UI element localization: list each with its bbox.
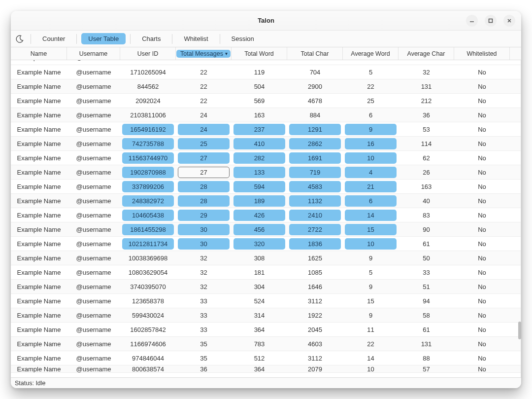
cell[interactable]: 1132: [287, 194, 343, 208]
cell[interactable]: 569: [232, 94, 287, 108]
tab-session[interactable]: Session: [225, 33, 261, 44]
cell[interactable]: 1922: [287, 308, 343, 322]
cell[interactable]: 15: [343, 294, 399, 308]
cell[interactable]: 364: [232, 365, 287, 372]
cell[interactable]: 6: [343, 108, 399, 122]
column-header-average-char[interactable]: Average Char: [399, 47, 454, 60]
cell[interactable]: Example Name: [11, 222, 67, 236]
cell[interactable]: 1110: [287, 60, 343, 65]
cell[interactable]: 1654916192: [120, 122, 176, 136]
cell[interactable]: 320: [232, 237, 287, 251]
cell[interactable]: 282: [232, 151, 287, 165]
cell[interactable]: 58: [399, 308, 454, 322]
cell[interactable]: Example Name: [11, 137, 67, 150]
cell[interactable]: 884: [287, 108, 343, 122]
cell[interactable]: @username: [67, 294, 120, 308]
cell[interactable]: Example Name: [11, 265, 67, 279]
table-row[interactable]: Example Name@username2092024225694678252…: [11, 94, 521, 108]
cell[interactable]: 33: [176, 294, 232, 308]
cell[interactable]: 10: [343, 237, 399, 251]
cell[interactable]: No: [454, 194, 510, 208]
cell[interactable]: 237: [232, 122, 287, 136]
cell[interactable]: 410: [232, 137, 287, 150]
cell[interactable]: 1710265094: [120, 65, 176, 79]
cell[interactable]: 33: [399, 265, 454, 279]
minimize-button[interactable]: [466, 15, 478, 27]
column-header-whitelisted[interactable]: Whitelisted: [454, 47, 510, 60]
table-row[interactable]: Example Name@username2483829722818911326…: [11, 194, 521, 208]
cell[interactable]: 10: [343, 365, 399, 372]
table-row[interactable]: Example Name@username1236583783352431121…: [11, 294, 521, 308]
cell[interactable]: Example Name: [11, 365, 67, 372]
maximize-button[interactable]: [485, 15, 497, 27]
cell[interactable]: 90: [399, 222, 454, 236]
table-row[interactable]: Example Name@username1080362905432181108…: [11, 265, 521, 280]
cell[interactable]: @username: [67, 194, 120, 208]
close-button[interactable]: [503, 15, 515, 27]
tab-user-table[interactable]: User Table: [81, 33, 126, 44]
cell[interactable]: 1085: [287, 265, 343, 279]
cell[interactable]: 189: [232, 194, 287, 208]
cell[interactable]: 22: [176, 60, 232, 65]
cell[interactable]: 800638574: [120, 365, 176, 372]
cell[interactable]: No: [454, 365, 510, 372]
table-row[interactable]: Example Name@username1654916192242371291…: [11, 122, 521, 137]
table-row[interactable]: Example Name@username9748460443551231121…: [11, 351, 521, 365]
column-header-total-word[interactable]: Total Word: [232, 47, 287, 60]
cell[interactable]: 14: [343, 351, 399, 365]
table-row[interactable]: Example Name@username1046054382942624101…: [11, 208, 521, 222]
column-header-user-id[interactable]: User ID: [120, 47, 176, 60]
cell[interactable]: No: [454, 294, 510, 308]
cell[interactable]: Example Name: [11, 351, 67, 365]
cell[interactable]: @username: [67, 122, 120, 136]
cell[interactable]: @username: [67, 237, 120, 251]
cell[interactable]: 24: [176, 108, 232, 122]
cell[interactable]: 83: [399, 208, 454, 222]
table-row[interactable]: Example Name@username1861455298304562722…: [11, 222, 521, 237]
cell[interactable]: 974846044: [120, 351, 176, 365]
cell[interactable]: 2103811006: [120, 108, 176, 122]
cell[interactable]: 314: [232, 308, 287, 322]
table-row[interactable]: Example Name@username3378992062859445832…: [11, 180, 521, 194]
cell[interactable]: Example Name: [11, 237, 67, 251]
cell[interactable]: 2410: [287, 208, 343, 222]
cell[interactable]: 11: [399, 60, 454, 65]
cell[interactable]: 594: [232, 180, 287, 193]
cell[interactable]: Example Name: [11, 251, 67, 265]
cell[interactable]: @username: [67, 308, 120, 322]
cell[interactable]: 524: [232, 294, 287, 308]
cell[interactable]: 1836: [287, 237, 343, 251]
cell[interactable]: Example Name: [11, 60, 67, 65]
cell[interactable]: 212: [399, 94, 454, 108]
cell[interactable]: 844562: [120, 79, 176, 93]
cell[interactable]: 504: [232, 79, 287, 93]
cell[interactable]: No: [454, 265, 510, 279]
cell[interactable]: 426: [232, 208, 287, 222]
tab-whitelist[interactable]: Whitelist: [177, 33, 215, 44]
cell[interactable]: 32: [176, 265, 232, 279]
cell[interactable]: No: [454, 165, 510, 179]
cell[interactable]: No: [454, 208, 510, 222]
cell[interactable]: 32: [176, 280, 232, 293]
cell[interactable]: @username: [67, 79, 120, 93]
cell[interactable]: 1012000000: [120, 60, 176, 65]
dark-mode-icon[interactable]: [12, 35, 28, 43]
cell[interactable]: 22: [176, 94, 232, 108]
cell[interactable]: 9: [343, 251, 399, 265]
cell[interactable]: Example Name: [11, 323, 67, 336]
cell[interactable]: 119: [232, 65, 287, 79]
column-header-username[interactable]: Username: [67, 47, 120, 60]
cell[interactable]: 2900: [287, 79, 343, 93]
cell[interactable]: @username: [67, 151, 120, 165]
cell[interactable]: @username: [67, 265, 120, 279]
table-row[interactable]: Example Name@username1902870988271337194…: [11, 165, 521, 180]
cell[interactable]: Example Name: [11, 308, 67, 322]
cell[interactable]: No: [454, 65, 510, 79]
cell[interactable]: Example Name: [11, 65, 67, 79]
table-row[interactable]: Example Name@username1156374497027282169…: [11, 151, 521, 165]
cell[interactable]: 4: [343, 165, 399, 179]
cell[interactable]: 10: [343, 151, 399, 165]
cell[interactable]: @username: [67, 65, 120, 79]
cell[interactable]: 10803629054: [120, 265, 176, 279]
cell[interactable]: Example Name: [11, 337, 67, 351]
